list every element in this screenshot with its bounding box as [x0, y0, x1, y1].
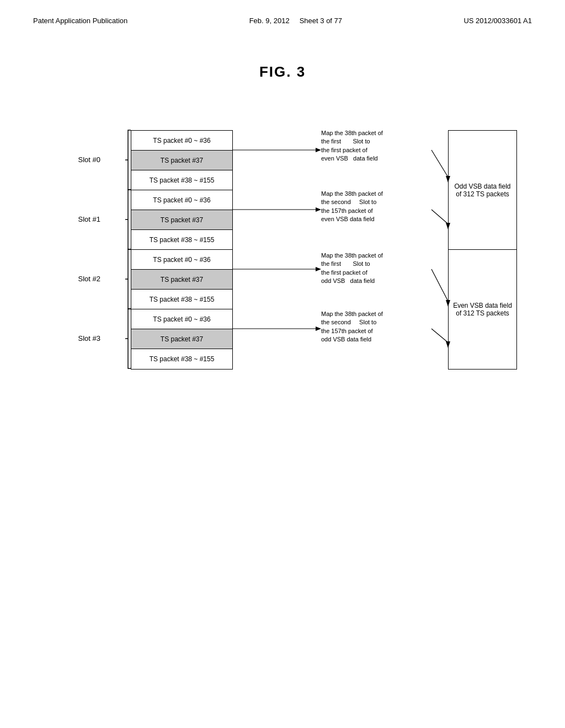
- packets-column: TS packet #0 ~ #36 TS packet #37 TS pack…: [131, 130, 233, 370]
- packet-row: TS packet #0 ~ #36: [131, 250, 232, 270]
- packet-row: TS packet #0 ~ #36: [131, 190, 232, 210]
- packet-row-highlighted: TS packet #37: [131, 151, 232, 170]
- svg-marker-11: [316, 326, 321, 331]
- svg-line-16: [431, 269, 448, 301]
- annotation-2: Map the 38th packet of the second Slot t…: [321, 190, 429, 224]
- header-right: US 2012/0033601 A1: [463, 17, 532, 25]
- svg-marker-7: [316, 207, 321, 212]
- header-sheet: Sheet 3 of 77: [300, 17, 342, 25]
- vsb-even-box: Even VSB data fieldof 312 TS packets: [449, 250, 516, 369]
- header-left: Patent Application Publication: [33, 17, 127, 25]
- header-center: Feb. 9, 2012 Sheet 3 of 77: [249, 17, 342, 25]
- svg-text:Slot #0: Slot #0: [78, 156, 100, 164]
- vsb-boxes-column: Odd VSB data fieldof 312 TS packets Even…: [448, 130, 517, 370]
- svg-text:Slot #3: Slot #3: [78, 334, 100, 342]
- packet-row: TS packet #38 ~ #155: [131, 230, 232, 250]
- page-header: Patent Application Publication Feb. 9, 2…: [0, 0, 565, 30]
- packet-row-highlighted: TS packet #37: [131, 210, 232, 230]
- packet-row: TS packet #38 ~ #155: [131, 290, 232, 309]
- figure-title: FIG. 3: [0, 63, 565, 81]
- svg-text:Slot #2: Slot #2: [78, 275, 100, 283]
- svg-line-18: [431, 329, 448, 342]
- packet-row: TS packet #38 ~ #155: [131, 170, 232, 190]
- annotation-3: Map the 38th packet of the first Slot to…: [321, 251, 426, 286]
- svg-line-12: [431, 150, 448, 177]
- packet-row: TS packet #0 ~ #36: [131, 131, 232, 151]
- svg-text:Slot #1: Slot #1: [78, 215, 100, 223]
- svg-marker-5: [316, 148, 321, 152]
- packet-row: TS packet #0 ~ #36: [131, 309, 232, 329]
- svg-marker-9: [316, 267, 321, 271]
- packet-row: TS packet #38 ~ #155: [131, 349, 232, 369]
- svg-line-14: [431, 210, 448, 224]
- packet-row-highlighted: TS packet #37: [131, 329, 232, 349]
- annotation-4: Map the 38th packet of the second Slot t…: [321, 310, 429, 344]
- vsb-odd-box: Odd VSB data fieldof 312 TS packets: [449, 131, 516, 250]
- header-date: Feb. 9, 2012: [249, 17, 290, 25]
- annotation-1: Map the 38th packet of the first Slot to…: [321, 129, 426, 163]
- packet-row-highlighted: TS packet #37: [131, 270, 232, 290]
